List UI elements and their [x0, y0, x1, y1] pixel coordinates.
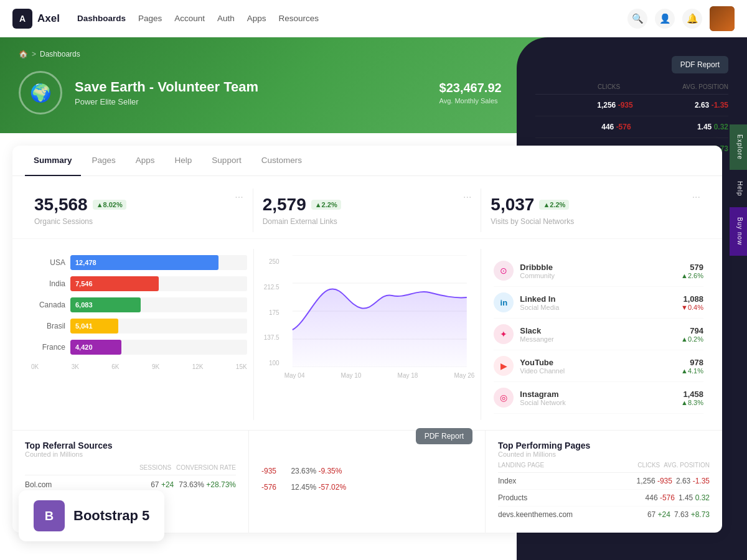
metric-label-1: Organic Sessions	[34, 217, 243, 226]
y-axis-labels: 250212.5175137.5100	[260, 255, 282, 379]
side-tabs: Explore Help Buy now	[730, 124, 747, 256]
hero-info: Save Earth - Volunteer Team Power Elite …	[75, 79, 258, 106]
page-1: Index	[498, 477, 633, 485]
page-2: Products	[498, 493, 642, 502]
referral-title-group: Top Referral Sources Counted in Millions	[25, 441, 113, 458]
pdf-report-dark-btn[interactable]: PDF Report	[672, 56, 728, 73]
performing-subtitle: Counted in Millions	[498, 450, 710, 458]
social-stats-instagram: 1,458 ▲8.3%	[681, 390, 703, 406]
youtube-icon: ▶	[494, 356, 514, 376]
bar-label-canada: Canada	[31, 301, 65, 309]
page-wrapper: A Axel Dashboards Pages Account Auth App…	[0, 0, 747, 560]
metric-badge-1: ▲8.02%	[93, 200, 126, 210]
metric-menu-1[interactable]: ···	[235, 192, 243, 203]
bar-label-india: India	[31, 279, 65, 288]
middle-section: PDF Report -935 23.63% -9.35% -576 12.45…	[249, 431, 486, 533]
bar-track-canada: 6,083	[70, 297, 247, 312]
notification-icon[interactable]: 🔔	[682, 9, 702, 29]
x-axis-labels: May 04May 10May 18May 26	[284, 370, 475, 379]
social-stats-dribbble: 579 ▲2.6%	[681, 263, 703, 279]
home-icon[interactable]: 🏠	[19, 50, 28, 58]
metric-label-3: Visits by Social Networks	[491, 217, 700, 226]
social-type: Messanger	[520, 335, 675, 343]
line-chart-section: 250212.5175137.5100	[253, 249, 482, 420]
social-name: Slack	[520, 326, 675, 335]
pos-1: 2.63 -1.35	[676, 477, 710, 485]
tab-customers[interactable]: Customers	[253, 146, 311, 176]
sessions-neg-1: -935	[261, 467, 276, 475]
col-clicks: CLICKS	[637, 462, 660, 469]
metric-social: ··· 5,037 ▲2.2% Visits by Social Network…	[481, 189, 710, 232]
dark-table-header: CLICKS AVG. POSITION	[535, 80, 728, 95]
social-type: Community	[520, 272, 675, 279]
nav-dashboards[interactable]: Dashboards	[77, 11, 126, 26]
bar-label-brasil: Brasil	[31, 322, 65, 330]
side-tab-buy[interactable]: Buy now	[730, 207, 747, 255]
social-row-instagram: ◎ Instagram Social Network 1,458 ▲8.3%	[494, 382, 703, 414]
social-count: 579	[681, 263, 703, 272]
bar-row-brasil: Brasil 5,041	[31, 319, 247, 334]
line-chart-svg	[284, 255, 475, 367]
tab-summary[interactable]: Summary	[25, 146, 81, 176]
brand-name: Axel	[37, 12, 60, 25]
tab-apps[interactable]: Apps	[127, 146, 164, 176]
metric-label-2: Domain External Links	[263, 217, 472, 226]
tab-pages[interactable]: Pages	[83, 146, 125, 176]
pdf-btn-container: PDF Report	[261, 441, 472, 444]
clicks-2: 446 -576	[646, 493, 675, 502]
pos-2: 1.45 0.32	[679, 493, 710, 502]
performing-title: Top Performing Pages	[498, 441, 710, 450]
bootstrap-icon: B	[34, 500, 65, 531]
social-info-youtube: YouTube Video Channel	[520, 358, 675, 375]
tab-help[interactable]: Help	[166, 146, 201, 176]
user-icon[interactable]: 👤	[655, 9, 675, 29]
side-tab-explore[interactable]: Explore	[730, 124, 747, 170]
stat-monthly-sales: $23,467.92 Avg. Monthly Sales	[439, 81, 502, 105]
metric-menu-3[interactable]: ···	[692, 192, 700, 203]
nav-apps[interactable]: Apps	[247, 11, 266, 26]
bar-label-france: France	[31, 343, 65, 352]
hero-logo: 🌍	[19, 71, 62, 114]
chart-row: USA 12,478 India 7,546 Canada	[12, 239, 722, 430]
breadcrumb-sep: >	[32, 50, 36, 58]
referral-name: Bol.com	[25, 480, 146, 489]
dark-pos-1: 2.63 -1.35	[695, 101, 728, 110]
nav-account[interactable]: Account	[174, 11, 205, 26]
nav-resources[interactable]: Resources	[279, 11, 319, 26]
nav-right: 🔍 👤 🔔	[627, 6, 735, 31]
referral-sessions: 67 +24	[151, 480, 174, 489]
metric-domain: ··· 2,579 ▲2.2% Domain External Links	[253, 189, 482, 232]
social-row-dribbble: ⊙ Dribbble Community 579 ▲2.6%	[494, 255, 703, 287]
hero-title: Save Earth - Volunteer Team	[75, 79, 258, 95]
pdf-report-btn[interactable]: PDF Report	[416, 428, 472, 444]
referral-table-header: SESSIONS CONVERSION RATE	[25, 464, 236, 475]
brand[interactable]: A Axel	[12, 9, 60, 29]
bar-axis: 0K3K6K9K12K15K	[31, 361, 247, 370]
performing-header: LANDING PAGE CLICKS AVG. POSITION	[498, 462, 710, 473]
nav-pages[interactable]: Pages	[138, 11, 162, 26]
social-section: ⊙ Dribbble Community 579 ▲2.6% in	[481, 249, 710, 420]
bar-label-usa: USA	[31, 258, 65, 267]
clicks-3: 67 +24	[647, 510, 670, 519]
navbar: A Axel Dashboards Pages Account Auth App…	[0, 0, 747, 37]
social-count: 794	[681, 326, 703, 335]
social-row-slack: ✦ Slack Messanger 794 ▲0.2%	[494, 319, 703, 350]
bar-row-usa: USA 12,478	[31, 255, 247, 270]
nav-auth[interactable]: Auth	[217, 11, 235, 26]
search-icon[interactable]: 🔍	[627, 9, 647, 29]
bootstrap-label: Bootstrap 5	[73, 508, 149, 524]
avatar[interactable]	[710, 6, 735, 31]
bar-row-canada: Canada 6,083	[31, 297, 247, 312]
social-name: Dribbble	[520, 263, 675, 272]
bar-track-france: 4,420	[70, 340, 247, 355]
referral-title: Top Referral Sources	[25, 441, 113, 450]
breadcrumb-current: Dashboards	[40, 50, 80, 58]
performing-row-1: Index 1,256 -935 2.63 -1.35	[498, 473, 710, 490]
tab-support[interactable]: Support	[203, 146, 250, 176]
referral-subtitle: Counted in Millions	[25, 450, 113, 458]
pos-3: 7.63 +8.73	[674, 510, 710, 519]
metric-menu-2[interactable]: ···	[463, 192, 471, 203]
content-card: Summary Pages Apps Help Support Customer…	[12, 146, 722, 533]
social-type: Video Channel	[520, 367, 675, 375]
side-tab-help[interactable]: Help	[730, 171, 747, 207]
